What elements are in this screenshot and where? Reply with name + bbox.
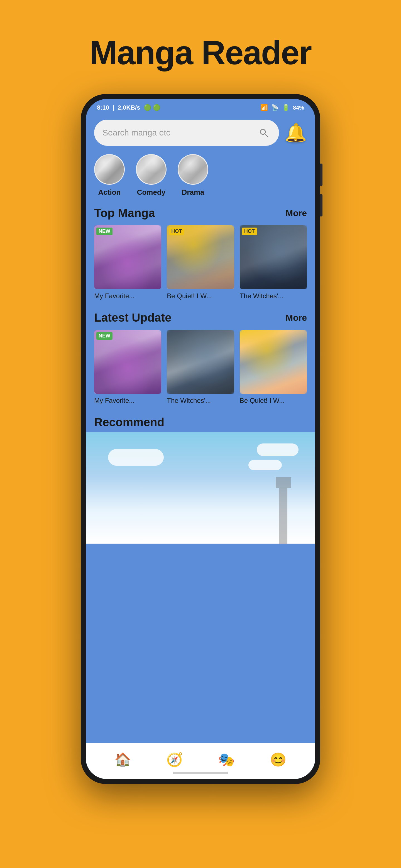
phone-frame: 8:10 | 2,0KB/s 🟢 🟢 📶 📡 🔋 84% Search mang… xyxy=(81,94,320,784)
latest-blur-3 xyxy=(240,330,307,394)
latest-card-1[interactable]: NEW My Favorite... xyxy=(94,330,161,404)
latest-cover-2 xyxy=(167,330,234,394)
genre-circle-drama xyxy=(178,154,208,185)
battery-icon: 🔋 xyxy=(282,104,290,111)
manga-title-1: My Favorite... xyxy=(94,292,161,300)
speed-display: 2,0KB/s xyxy=(118,104,140,111)
page-title: Manga Reader xyxy=(90,33,311,72)
manga-card-2[interactable]: HOT Be Quiet! I W... xyxy=(167,225,234,300)
latest-blur-2 xyxy=(167,330,234,394)
latest-title-2: The Witches'... xyxy=(167,397,234,404)
sky-background xyxy=(86,432,315,544)
latest-card-3[interactable]: Be Quiet! I W... xyxy=(240,330,307,404)
signal-icon: 📶 xyxy=(260,104,268,111)
top-manga-more[interactable]: More xyxy=(286,208,307,218)
latest-badge-1: NEW xyxy=(96,332,113,340)
notification-bell-icon[interactable]: 🔔 xyxy=(285,122,307,143)
latest-cover-3 xyxy=(240,330,307,394)
nav-profile[interactable]: 😊 xyxy=(270,752,287,768)
manga-badge-3: HOT xyxy=(242,227,257,235)
genre-item-drama[interactable]: Drama xyxy=(178,154,208,197)
nav-explore[interactable]: 🧭 xyxy=(166,752,183,768)
tower-silhouette xyxy=(279,488,287,544)
manga-cover-2: HOT xyxy=(167,225,234,289)
nav-home[interactable]: 🏠 xyxy=(114,752,131,768)
genre-comedy-art xyxy=(137,155,166,184)
cloud-2 xyxy=(257,443,298,456)
manga-card-1[interactable]: NEW My Favorite... xyxy=(94,225,161,300)
recommend-title: Recommend xyxy=(94,416,164,429)
manga-title-3: The Witches'... xyxy=(240,292,307,300)
wifi-icon: 📡 xyxy=(271,104,279,111)
manga-cover-1: NEW xyxy=(94,225,161,289)
recommend-section: Recommend xyxy=(94,416,307,546)
search-placeholder-text: Search manga etc xyxy=(103,128,170,137)
time-display: 8:10 xyxy=(97,104,109,111)
genre-label-comedy: Comedy xyxy=(137,188,166,197)
genre-drama-art xyxy=(178,155,207,184)
latest-update-grid: NEW My Favorite... The Witches'... xyxy=(94,330,307,404)
manga-card-3[interactable]: HOT The Witches'... xyxy=(240,225,307,300)
tower-top xyxy=(276,477,291,488)
vol-down-button[interactable] xyxy=(320,194,322,216)
latest-title-1: My Favorite... xyxy=(94,397,161,404)
battery-level: 84% xyxy=(293,104,304,111)
manga-badge-1: NEW xyxy=(96,227,113,235)
top-manga-title: Top Manga xyxy=(94,207,155,220)
phone-screen: 8:10 | 2,0KB/s 🟢 🟢 📶 📡 🔋 84% Search mang… xyxy=(86,99,315,779)
search-icon xyxy=(257,126,271,140)
home-indicator-bar xyxy=(173,772,228,774)
content-area: Search manga etc 🔔 Action xyxy=(86,114,315,743)
favorites-icon: 🎭 xyxy=(218,752,235,768)
latest-card-2[interactable]: The Witches'... xyxy=(167,330,234,404)
profile-icon: 😊 xyxy=(270,752,287,768)
compass-icon: 🧭 xyxy=(166,752,183,768)
genre-label-drama: Drama xyxy=(182,188,204,197)
vol-up-button[interactable] xyxy=(320,163,322,186)
search-container: Search manga etc 🔔 xyxy=(94,120,307,146)
genres-section: Action Comedy Drama xyxy=(94,154,307,197)
cloud-3 xyxy=(249,460,282,470)
genre-circle-comedy xyxy=(136,154,167,185)
latest-update-title: Latest Update xyxy=(94,311,172,324)
latest-title-3: Be Quiet! I W... xyxy=(240,397,307,404)
status-bar: 8:10 | 2,0KB/s 🟢 🟢 📶 📡 🔋 84% xyxy=(86,99,315,114)
bottom-nav: 🏠 🧭 🎭 😊 xyxy=(86,743,315,779)
status-icons: 📶 📡 🔋 84% xyxy=(260,104,304,111)
latest-update-more[interactable]: More xyxy=(286,313,307,323)
top-manga-grid: NEW My Favorite... HOT Be Quiet! I W... xyxy=(94,225,307,300)
top-manga-header: Top Manga More xyxy=(94,207,307,220)
genre-item-comedy[interactable]: Comedy xyxy=(136,154,167,197)
genre-item-action[interactable]: Action xyxy=(94,154,125,197)
manga-title-2: Be Quiet! I W... xyxy=(167,292,234,300)
home-icon: 🏠 xyxy=(114,752,131,768)
genre-label-action: Action xyxy=(98,188,121,197)
genre-action-art xyxy=(95,155,124,184)
nav-favorites[interactable]: 🎭 xyxy=(218,752,235,768)
cloud-1 xyxy=(108,449,164,466)
latest-update-header: Latest Update More xyxy=(94,311,307,324)
svg-line-1 xyxy=(264,133,267,136)
manga-badge-2: HOT xyxy=(169,227,184,235)
search-bar[interactable]: Search manga etc xyxy=(94,120,279,146)
genre-circle-action xyxy=(94,154,125,185)
manga-cover-3: HOT xyxy=(240,225,307,289)
status-time-speed: 8:10 | 2,0KB/s 🟢 🟢 xyxy=(97,104,161,111)
latest-cover-1: NEW xyxy=(94,330,161,394)
